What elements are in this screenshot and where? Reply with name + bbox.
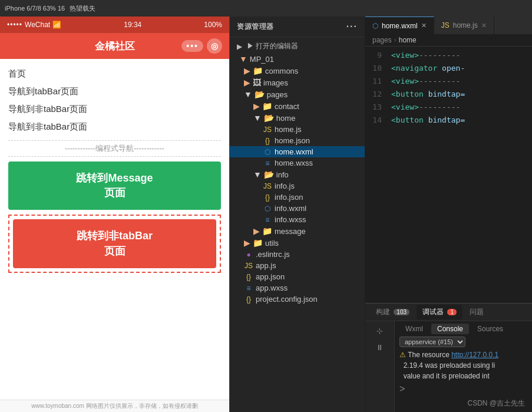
file-label: project.config.json xyxy=(256,295,318,304)
tree-folder-pages[interactable]: ▼ 📂 pages xyxy=(230,88,365,100)
tree-file-info-wxss[interactable]: ≡ info.wxss xyxy=(230,214,365,225)
console-tab-sources[interactable]: Sources xyxy=(471,324,509,334)
file-label: .eslintrc.js xyxy=(256,250,290,259)
file-label: info.json xyxy=(275,193,303,202)
devtools-pause-icon[interactable]: ⏸ xyxy=(371,340,389,354)
code-editor: ⬡ home.wxml ✕ JS home.js ✕ pages › home … xyxy=(365,17,532,412)
folder-icon: ▶ xyxy=(253,226,260,236)
tree-root[interactable]: ▼ MP_01 xyxy=(230,53,365,65)
tree-file-info-js[interactable]: JS info.js xyxy=(230,180,365,192)
tab-home-js[interactable]: JS home.js ✕ xyxy=(434,17,494,34)
code-line-10: <navigator open- xyxy=(391,62,527,75)
tree-file-home-wxml[interactable]: ⬡ home.wxml xyxy=(230,146,365,157)
tree-folder-utils[interactable]: ▶ 📁 utils xyxy=(230,237,365,249)
console-tab-console[interactable]: Console xyxy=(431,324,469,334)
tree-file-eslintrc[interactable]: ● .eslintrc.js xyxy=(230,249,365,260)
tree-file-app-wxss[interactable]: ≡ app.wxss xyxy=(230,282,365,294)
phone-nav-bar: 金橘社区 ••• ◎ xyxy=(0,33,229,59)
folder-arrow: ▼ xyxy=(244,90,252,99)
code-content: <view>--------- <navigator open- <view>-… xyxy=(386,47,532,303)
non-tabbar-container: 跳转到非tabBar 页面 xyxy=(8,215,221,272)
phone-content: 首页 导航到tabBar页面 导航到非tabBar页面 导航到非tabBar页面… xyxy=(0,59,229,400)
phone-footer: www.toymoban.com 网络图片仅供展示，非存储，如有侵权请删 xyxy=(0,400,229,412)
tree-file-project-config[interactable]: {} project.config.json xyxy=(230,294,365,305)
msg-text-2: 2.19.4 was preloaded using li xyxy=(399,361,495,370)
tree-folder-message[interactable]: ▶ 📁 message xyxy=(230,225,365,237)
nav-dots-button[interactable]: ••• xyxy=(181,40,203,52)
link-non-tabbar-2[interactable]: 导航到非tabBar页面 xyxy=(8,118,221,136)
open-editors-label[interactable]: ▶ ▶ 打开的编辑器 xyxy=(230,39,365,53)
tree-folder-info[interactable]: ▼ 📂 info xyxy=(230,169,365,180)
tree-file-info-json[interactable]: {} info.json xyxy=(230,192,365,203)
console-filter-select[interactable]: appservice (#15) xyxy=(399,337,465,347)
tab-close-js[interactable]: ✕ xyxy=(481,22,487,29)
breadcrumb-sep1: › xyxy=(394,36,396,44)
tree-file-home-js[interactable]: JS home.js xyxy=(230,124,365,135)
open-editors-arrow: ▶ xyxy=(237,42,242,51)
devtools-cursor-icon[interactable]: ⊹ xyxy=(371,324,389,338)
breadcrumb-pages: pages xyxy=(372,36,392,44)
devtools-panel: 构建 103 调试器 1 问题 ⊹ ⏸ xyxy=(365,303,532,412)
folder-icon: ▶ xyxy=(244,78,250,87)
warn-icon: ⚠ xyxy=(399,351,408,359)
link-home[interactable]: 首页 xyxy=(8,65,221,83)
json-icon: {} xyxy=(263,137,272,145)
console-tab-wxml[interactable]: Wxml xyxy=(399,324,429,334)
tab-home-wxml[interactable]: ⬡ home.wxml ✕ xyxy=(365,17,434,34)
console-prompt: > xyxy=(399,384,527,394)
msg-link[interactable]: http://127.0.0.1 xyxy=(451,351,498,359)
wxss-icon: ≡ xyxy=(244,284,253,292)
tree-folder-contact[interactable]: ▶ 📁 contact xyxy=(230,100,365,112)
wifi-icon: 📶 xyxy=(52,21,61,29)
folder-icon: ▶ xyxy=(244,238,250,248)
wxml-icon: ⬡ xyxy=(263,205,272,213)
folder-label: home xyxy=(276,114,296,123)
file-label: app.wxss xyxy=(256,284,288,292)
message-folder-symbol: 📁 xyxy=(262,226,272,236)
status-time: 19:34 xyxy=(124,21,141,29)
json-icon: {} xyxy=(263,193,272,202)
jump-message-button[interactable]: 跳转到Message 页面 xyxy=(8,161,221,210)
link-non-tabbar-1[interactable]: 导航到非tabBar页面 xyxy=(8,100,221,118)
pages-folder-symbol: 📂 xyxy=(255,90,265,99)
msg-text-1: The resource xyxy=(408,351,451,359)
file-explorer: 资源管理器 ··· ▶ ▶ 打开的编辑器 ▼ MP_01 ▶ 📁 commons… xyxy=(230,17,365,412)
tree-file-app-json[interactable]: {} app.json xyxy=(230,271,365,282)
tree-file-home-wxss[interactable]: ≡ home.wxss xyxy=(230,157,365,169)
folder-arrow: ▼ xyxy=(253,113,262,123)
json-icon: {} xyxy=(244,273,253,281)
nav-target-button[interactable]: ◎ xyxy=(207,38,222,54)
wxss-icon: ≡ xyxy=(263,159,272,167)
breadcrumb-home: home xyxy=(399,36,417,44)
devtools-tab-debugger[interactable]: 调试器 1 xyxy=(417,305,462,319)
code-line-14: <button bindtap= xyxy=(391,114,527,127)
folder-label: info xyxy=(276,170,289,179)
provider-label: WeChat xyxy=(25,21,50,29)
explorer-more-button[interactable]: ··· xyxy=(346,21,358,32)
tree-file-home-json[interactable]: {} home.json xyxy=(230,135,365,146)
tree-file-info-wxml[interactable]: ⬡ info.wxml xyxy=(230,203,365,214)
editor-breadcrumb: pages › home xyxy=(365,34,532,47)
explorer-title: 资源管理器 xyxy=(237,22,274,32)
tree-folder-commons[interactable]: ▶ 📁 commons xyxy=(230,65,365,77)
folder-arrow: ▼ xyxy=(253,170,262,179)
tree-folder-home[interactable]: ▼ 📂 home xyxy=(230,112,365,124)
root-folder-icon: ▼ xyxy=(239,54,247,64)
tree-file-app-js[interactable]: JS app.js xyxy=(230,260,365,271)
top-bar: iPhone 6/7/8 63% 16 热望载失 xyxy=(0,0,532,17)
devtools-tab-build[interactable]: 构建 103 xyxy=(370,305,415,319)
jump-non-tabbar-button[interactable]: 跳转到非tabBar 页面 xyxy=(13,219,216,268)
tab-label: home.wxml xyxy=(382,22,418,30)
file-label: info.wxss xyxy=(275,215,306,224)
file-label: info.js xyxy=(275,182,295,190)
code-area: 9 10 11 12 13 14 <view>--------- <naviga… xyxy=(365,47,532,303)
tree-folder-images[interactable]: ▶ 🖼 images xyxy=(230,77,365,88)
tab-close-wxml[interactable]: ✕ xyxy=(421,22,427,29)
csdn-watermark: CSDN @吉土先生 xyxy=(467,398,525,408)
link-tabbar[interactable]: 导航到tabBar页面 xyxy=(8,83,221,100)
file-label: home.json xyxy=(275,136,310,145)
phone-status-bar: ••••• WeChat 📶 19:34 100% xyxy=(0,17,229,33)
devtools-tab-issues[interactable]: 问题 xyxy=(464,305,490,319)
js-icon: JS xyxy=(244,262,253,270)
devtools-tabs: 构建 103 调试器 1 问题 xyxy=(365,304,532,321)
